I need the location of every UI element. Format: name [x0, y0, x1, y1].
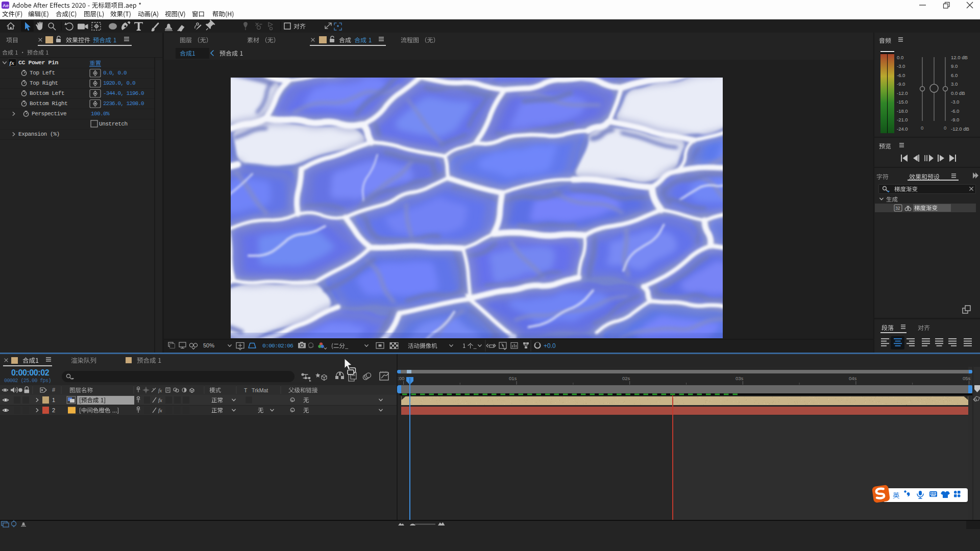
svg-text:Ae: Ae	[3, 3, 9, 8]
svg-text:32: 32	[895, 206, 900, 211]
svg-text:fx: fx	[158, 388, 162, 393]
svg-text:fx: fx	[158, 408, 162, 413]
svg-text:fx: fx	[10, 60, 15, 66]
svg-text:fx: fx	[158, 397, 162, 403]
